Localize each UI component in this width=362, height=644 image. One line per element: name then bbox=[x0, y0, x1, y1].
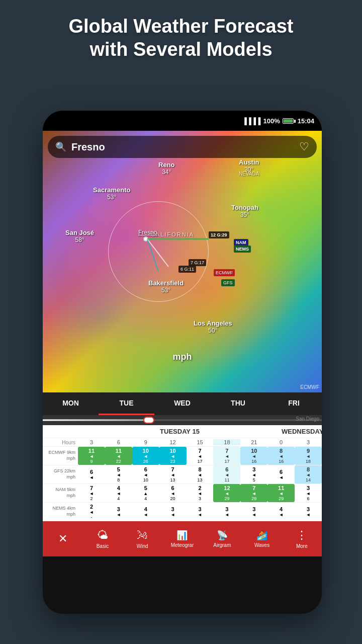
bottom-nav: ✕ 🌤 Basic 🌬 Wind 📊 Meteograr 📡 Airgram 🏄… bbox=[43, 521, 322, 556]
data-cell-1-4: 8◄13 bbox=[187, 465, 214, 484]
data-cell-3-6: 3◄ bbox=[240, 505, 267, 518]
timeline-progress bbox=[43, 420, 154, 421]
wind-icon: 🌬 bbox=[137, 529, 148, 542]
nav-waves[interactable]: 🏄 Waves bbox=[242, 530, 282, 548]
map-label-tonopah: Tonopah35° bbox=[231, 204, 258, 218]
hour-9: 9 bbox=[132, 439, 159, 445]
data-cell-0-5: 7◄17 bbox=[213, 447, 240, 465]
data-cell-2-0: 7◄2 bbox=[78, 484, 105, 502]
data-cell-0-0: 11◄9 bbox=[78, 447, 105, 465]
data-cell-1-1: 5◄8 bbox=[105, 465, 132, 484]
data-cell-0-6: 10◄16 bbox=[240, 447, 267, 465]
favorite-icon[interactable]: ♡ bbox=[299, 140, 309, 153]
nav-more-label: More bbox=[296, 543, 308, 549]
date-label-left bbox=[43, 428, 78, 435]
nav-wind[interactable]: 🌬 Wind bbox=[123, 529, 162, 549]
hours-row: Hours 3 6 9 12 15 18 21 0 3 bbox=[43, 438, 322, 447]
hours-label: Hours bbox=[43, 440, 78, 445]
data-row-0: ECMWF 9km mph11◄911◄2210◄2610◄237◄177◄17… bbox=[43, 447, 322, 465]
meteogram-icon: 📊 bbox=[176, 530, 188, 541]
data-cell-2-7: 11◄29 bbox=[267, 484, 295, 502]
data-cell-2-2: 5▲4 bbox=[132, 484, 159, 502]
airgram-icon: 📡 bbox=[217, 530, 228, 541]
model-tag-ecmwf: ECMWF bbox=[214, 269, 235, 276]
hour-0: 0 bbox=[267, 439, 295, 445]
nav-basic-label: Basic bbox=[97, 543, 109, 549]
nav-airgram-label: Airgram bbox=[213, 542, 231, 548]
data-cell-3-4: 3◄ bbox=[187, 505, 214, 518]
signal-icon: ▐▐▐▐ bbox=[242, 117, 261, 125]
data-cell-0-8: 9◄18 bbox=[295, 447, 322, 465]
data-cell-1-8: 8◄14 bbox=[295, 465, 322, 484]
row-label-2: NAM 5km mph bbox=[43, 487, 78, 499]
data-cell-2-8: 3◄6 bbox=[295, 484, 322, 502]
status-bar: ▐▐▐▐ 100% 15:04 bbox=[43, 111, 322, 131]
search-bar[interactable]: 🔍 Fresno ♡ bbox=[48, 136, 317, 158]
data-cell-1-0: 6◄ bbox=[78, 468, 105, 481]
nav-waves-label: Waves bbox=[254, 542, 269, 548]
data-cell-0-7: 8◄16 bbox=[267, 447, 295, 465]
hour-3: 3 bbox=[78, 439, 105, 445]
tab-tue[interactable]: TUE bbox=[99, 392, 154, 415]
tab-fri[interactable]: FRI bbox=[266, 392, 322, 415]
hour-6: 6 bbox=[105, 439, 132, 445]
timeline-thumb[interactable] bbox=[143, 417, 154, 424]
data-cell-3-0: 2◄- bbox=[78, 503, 105, 521]
hour-18: 18 bbox=[213, 439, 240, 445]
data-rows-container: ECMWF 9km mph11◄911◄2210◄2610◄237◄177◄17… bbox=[43, 447, 322, 521]
data-cell-3-2: 4◄ bbox=[132, 505, 159, 518]
nav-wind-label: Wind bbox=[137, 543, 148, 549]
data-cell-2-3: 6◄20 bbox=[159, 484, 187, 502]
row-label-1: GFS 22km mph bbox=[43, 468, 78, 480]
model-tag-7g17: 7 G:17 bbox=[189, 259, 206, 266]
model-tag-12g: 12 G:29 bbox=[209, 231, 229, 238]
tab-wed[interactable]: WED bbox=[154, 392, 210, 415]
data-cell-2-5: 12◄29 bbox=[213, 484, 240, 502]
nav-basic[interactable]: 🌤 Basic bbox=[82, 529, 122, 549]
header-line2: with Several Models bbox=[0, 38, 362, 61]
data-cell-2-6: 7◄29 bbox=[240, 484, 267, 502]
data-cell-1-2: 6◄10 bbox=[132, 465, 159, 484]
data-cell-3-3: 3◄ bbox=[159, 505, 187, 518]
san-diego-label: San Diego bbox=[296, 416, 319, 422]
more-icon: ⋮ bbox=[296, 529, 307, 542]
timeline-slider[interactable]: San Diego bbox=[43, 415, 322, 425]
map-label-nevada: NEVADA bbox=[239, 171, 259, 177]
model-tag-6g11: 6 G:11 bbox=[178, 266, 196, 273]
data-row-2: NAM 5km mph7◄24◄45▲46◄202◄312◄297◄2911◄2… bbox=[43, 484, 322, 503]
battery-percent: 100% bbox=[263, 117, 280, 125]
data-cell-2-4: 2◄3 bbox=[187, 484, 214, 502]
data-cell-3-8: 3◄ bbox=[295, 505, 322, 518]
nav-close[interactable]: ✕ bbox=[43, 532, 82, 545]
date-wednesday: WEDNESDAY bbox=[282, 428, 322, 435]
weather-map[interactable]: 🔍 Fresno ♡ Reno34° Austin30° NEVADA Sacr… bbox=[43, 131, 322, 392]
search-icon: 🔍 bbox=[55, 141, 66, 152]
data-cell-0-1: 11◄22 bbox=[105, 447, 132, 465]
nav-meteogram[interactable]: 📊 Meteograr bbox=[162, 530, 202, 548]
data-cell-2-1: 4◄4 bbox=[105, 484, 132, 502]
model-tag-gfs: GFS bbox=[221, 279, 235, 286]
data-cell-0-3: 10◄23 bbox=[159, 447, 187, 465]
speed-unit-label: mph bbox=[173, 352, 192, 362]
basic-icon: 🌤 bbox=[97, 529, 108, 542]
tab-mon[interactable]: MON bbox=[43, 392, 99, 415]
nav-airgram[interactable]: 📡 Airgram bbox=[202, 530, 242, 548]
phone-frame: ▐▐▐▐ 100% 15:04 🔍 Fresno ♡ Reno34° Austi… bbox=[43, 111, 322, 614]
data-cell-3-5: 3◄ bbox=[213, 505, 240, 518]
data-cell-1-3: 7◄13 bbox=[159, 465, 187, 484]
model-tag-nems: NEMS bbox=[234, 246, 251, 253]
map-label-losangeles: Los Angeles50° bbox=[194, 319, 232, 334]
row-label-0: ECMWF 9km mph bbox=[43, 450, 78, 461]
data-cell-1-6: 3◄5 bbox=[240, 465, 267, 484]
nav-more[interactable]: ⋮ More bbox=[282, 529, 322, 549]
tab-thu[interactable]: THU bbox=[210, 392, 266, 415]
map-label-reno: Reno34° bbox=[158, 161, 175, 176]
data-row-3: NEMS 4km mph2◄-3◄4◄3◄3◄3◄3◄4◄3◄ bbox=[43, 503, 322, 521]
close-icon: ✕ bbox=[58, 532, 67, 545]
hour-15: 15 bbox=[187, 439, 214, 445]
date-tuesday: TUESDAY 15 bbox=[78, 428, 282, 435]
data-cell-1-5: 6◄11 bbox=[213, 465, 240, 484]
map-label-bakersfield: Bakersfield53° bbox=[148, 279, 184, 294]
hour-21: 21 bbox=[240, 439, 267, 445]
page-header: Global Weather Forecast with Several Mod… bbox=[0, 15, 362, 61]
